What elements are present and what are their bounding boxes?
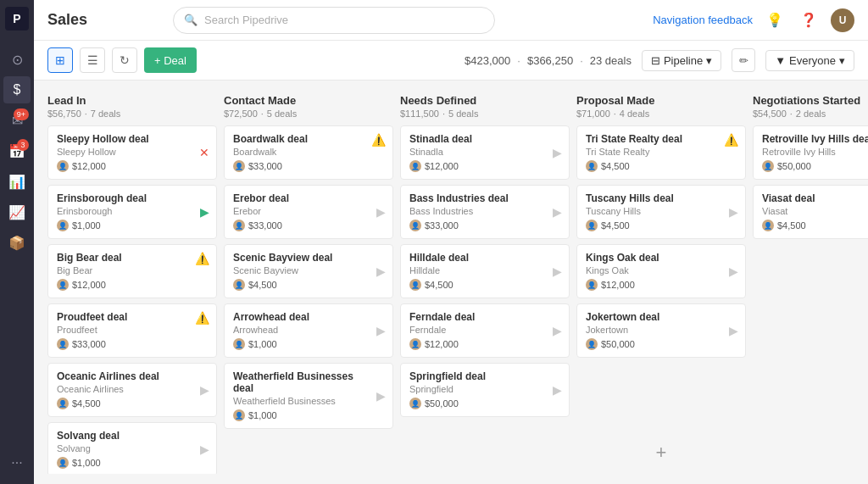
deal-card[interactable]: Jokertown deal Jokertown 👤 $50,000 ▶: [576, 303, 746, 358]
card-title: Erinsborough deal: [57, 192, 208, 204]
deal-card[interactable]: Tuscany Hills deal Tuscany Hills 👤 $4,50…: [576, 185, 746, 239]
person-icon: 👤: [233, 279, 245, 291]
deal-card[interactable]: Oceanic Airlines deal Oceanic Airlines 👤…: [47, 363, 217, 417]
main-area: Sales 🔍 Search Pipedrive Navigation feed…: [34, 0, 868, 484]
nav-feedback-link[interactable]: Navigation feedback: [653, 14, 753, 26]
deal-card[interactable]: Arrowhead deal Arrowhead 👤 $1,000 ▶: [224, 303, 393, 358]
card-amount: $1,000: [72, 220, 101, 231]
person-icon: 👤: [586, 279, 598, 291]
card-title: Proudfeet deal: [57, 311, 208, 323]
card-action-arrow: ▶: [729, 264, 738, 278]
card-subtitle: Oceanic Airlines: [57, 384, 208, 394]
card-action-arrow: ▶: [200, 205, 209, 219]
column-amount: $111,500: [400, 108, 439, 119]
column-meta: $111,500 · 5 deals: [400, 108, 570, 119]
card-subtitle: Boardwalk: [233, 147, 384, 157]
card-amount: $33,000: [248, 161, 282, 171]
deal-card[interactable]: ⚠️ Tri State Realty deal Tri State Realt…: [576, 125, 746, 180]
deal-card[interactable]: Bass Industries deal Bass Industries 👤 $…: [400, 185, 570, 239]
deal-card[interactable]: Retroville Ivy Hills deal Retroville Ivy…: [753, 125, 868, 180]
dot-sep: ·: [261, 108, 264, 119]
card-title: Hilldale deal: [409, 252, 560, 264]
deal-card[interactable]: Stinadla deal Stinadla 👤 $12,000 ▶: [400, 125, 570, 180]
toolbar-summary: $423,000 · $366,250 · 23 deals ⊟ Pipelin…: [465, 48, 854, 72]
card-action-arrow: ▶: [200, 383, 209, 397]
total-value: $423,000: [465, 54, 510, 67]
person-icon: 👤: [409, 398, 421, 409]
deal-card[interactable]: Weatherfield Businesses deal Weatherfiel…: [224, 363, 393, 429]
card-amount: $33,000: [72, 339, 106, 349]
sidebar-item-sales[interactable]: $: [3, 76, 31, 103]
deal-card[interactable]: Ferndale deal Ferndale 👤 $12,000 ▶: [400, 303, 570, 358]
filter-icon: ▼: [775, 54, 786, 67]
card-footer: 👤 $1,000: [233, 338, 384, 350]
card-subtitle: Retroville Ivy Hills: [762, 147, 868, 157]
card-warning-icon: ⚠️: [195, 252, 209, 265]
card-amount: $4,500: [601, 161, 630, 171]
sidebar-item-calendar[interactable]: 📅 3: [3, 137, 31, 164]
sidebar-item-mail[interactable]: ✉ 9+: [3, 107, 31, 134]
sidebar-item-chart[interactable]: 📊: [3, 168, 31, 195]
card-title: Ferndale deal: [409, 311, 560, 323]
person-icon: 👤: [233, 409, 245, 421]
add-deal-button[interactable]: + Deal: [144, 47, 197, 73]
deal-card[interactable]: Sleepy Hollow deal Sleepy Hollow 👤 $12,0…: [47, 125, 217, 180]
card-warning-icon: ⚠️: [195, 311, 209, 325]
user-avatar[interactable]: U: [831, 8, 854, 32]
card-action-arrow: ▶: [376, 264, 386, 278]
sidebar-item-box[interactable]: 📦: [3, 229, 31, 256]
column-meta: $56,750 · 7 deals: [47, 108, 217, 119]
deal-card[interactable]: Hilldale deal Hilldale 👤 $4,500 ▶: [400, 244, 570, 298]
pipeline-filter-btn[interactable]: ⊟ Pipeline ▾: [642, 50, 721, 71]
column-contact_made: Contact Made $72,500 · 5 deals ⚠️ Boardw…: [224, 91, 393, 474]
card-title: Erebor deal: [233, 192, 384, 204]
card-action-arrow: ▶: [553, 146, 562, 159]
column-needs_defined: Needs Defined $111,500 · 5 deals Stinadl…: [400, 91, 570, 474]
calendar-badge: 3: [17, 139, 29, 151]
sidebar-item-trend[interactable]: 📈: [3, 198, 31, 225]
sidebar-item-target[interactable]: ⊙: [3, 46, 31, 73]
add-deal-column-btn[interactable]: +: [576, 431, 746, 474]
list-view-btn[interactable]: ☰: [80, 47, 105, 73]
search-bar[interactable]: 🔍 Search Pipedrive: [173, 7, 495, 34]
card-amount: $1,000: [248, 410, 277, 420]
person-icon: 👤: [57, 220, 69, 231]
toolbar: ⊞ ☰ ↻ + Deal $423,000 · $366,250 · 23 de…: [34, 41, 868, 81]
card-footer: 👤 $33,000: [57, 338, 208, 350]
deal-card[interactable]: ⚠️ Proudfeet deal Proudfeet 👤 $33,000: [47, 303, 217, 358]
person-icon: 👤: [762, 160, 774, 172]
pipeline-view-btn[interactable]: ⊞: [47, 47, 73, 73]
deal-card[interactable]: Erebor deal Erebor 👤 $33,000 ▶: [224, 185, 393, 239]
card-subtitle: Solvang: [57, 443, 208, 453]
card-warning-icon: ⚠️: [724, 133, 738, 147]
column-meta: $72,500 · 5 deals: [224, 108, 393, 119]
search-placeholder: Search Pipedrive: [204, 14, 288, 26]
app-logo[interactable]: P: [5, 7, 29, 31]
edit-pipeline-btn[interactable]: ✏: [732, 48, 755, 72]
deal-card[interactable]: Solvang deal Solvang 👤 $1,000 ▶: [47, 422, 217, 474]
card-subtitle: Jokertown: [586, 325, 737, 335]
refresh-btn[interactable]: ↻: [112, 47, 137, 73]
card-title: Boardwalk deal: [233, 133, 384, 145]
card-title: Bass Industries deal: [409, 192, 560, 204]
help-icon-btn[interactable]: ❓: [797, 8, 821, 32]
dot-sep: ·: [85, 108, 87, 119]
deal-card[interactable]: ⚠️ Big Bear deal Big Bear 👤 $12,000: [47, 244, 217, 298]
column-amount: $72,500: [224, 108, 258, 119]
card-action-arrow: ▶: [200, 442, 209, 456]
deal-card[interactable]: Scenic Bayview deal Scenic Bayview 👤 $4,…: [224, 244, 393, 298]
person-icon: 👤: [57, 398, 69, 409]
ideas-icon-btn[interactable]: 💡: [763, 8, 787, 32]
everyone-filter-btn[interactable]: ▼ Everyone ▾: [765, 50, 854, 71]
deal-card[interactable]: Erinsborough deal Erinsborough 👤 $1,000 …: [47, 185, 217, 239]
deal-card[interactable]: Kings Oak deal Kings Oak 👤 $12,000 ▶: [576, 244, 746, 298]
sidebar-more[interactable]: ···: [11, 455, 22, 470]
column-deal-count: 2 deals: [796, 108, 826, 119]
column-title: Proposal Made: [576, 94, 746, 107]
card-subtitle: Erebor: [233, 206, 384, 216]
card-action-arrow: ▶: [376, 205, 386, 219]
deal-card[interactable]: ⚠️ Boardwalk deal Boardwalk 👤 $33,000: [224, 125, 393, 180]
column-lead_in: Lead In $56,750 · 7 deals Sleepy Hollow …: [47, 91, 217, 474]
deal-card[interactable]: Viasat deal Viasat 👤 $4,500 ▶: [753, 185, 868, 239]
deal-card[interactable]: Springfield deal Springfield 👤 $50,000 ▶: [400, 363, 570, 417]
